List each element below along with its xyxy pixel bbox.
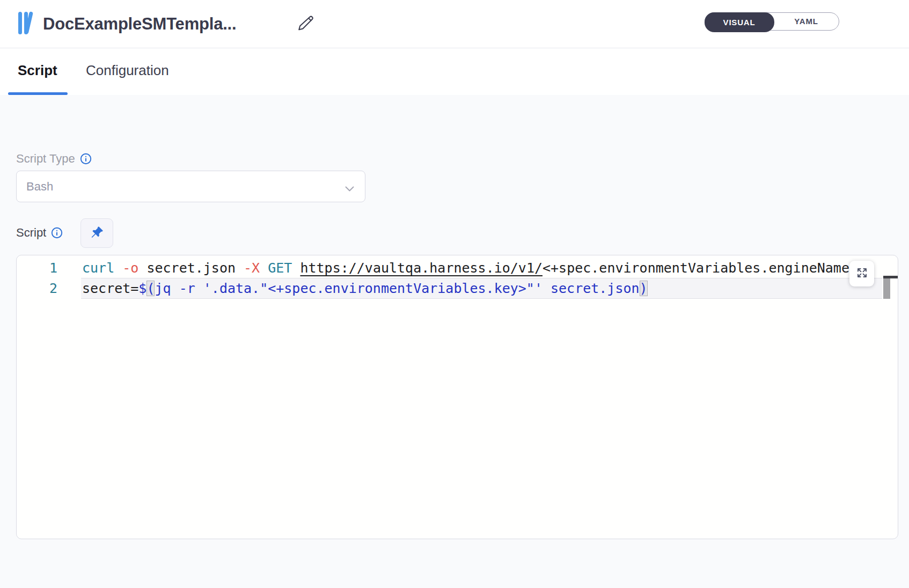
header: DocExampleSMTempla... VISUAL YAML	[0, 0, 909, 48]
edit-pencil-icon[interactable]	[296, 14, 315, 33]
script-type-label: Script Type	[16, 152, 92, 166]
code-token-plain	[260, 260, 268, 276]
expand-icon	[856, 267, 868, 281]
script-label: Script	[16, 226, 63, 240]
script-type-select[interactable]: Bash	[16, 171, 365, 202]
code-token-plain	[114, 260, 122, 276]
code-token-plain: secret=	[82, 281, 138, 296]
line-number: 2	[17, 278, 57, 299]
code-token-subshell: $	[138, 281, 146, 296]
code-token-subshell: (	[146, 281, 155, 296]
vertical-scrollbar-thumb[interactable]	[883, 278, 890, 299]
code-line-text: secret=$(jq -r '.data."<+spec.environmen…	[82, 278, 648, 299]
code-line-2[interactable]: 2secret=$(jq -r '.data."<+spec.environme…	[17, 278, 882, 299]
script-type-value: Bash	[26, 180, 53, 194]
template-editor-page: DocExampleSMTempla... VISUAL YAML Script…	[0, 0, 909, 588]
code-token-subshell: )	[640, 281, 648, 296]
code-token-option: -X	[244, 260, 260, 276]
visual-yaml-toggle: VISUAL YAML	[705, 12, 839, 31]
tab-configuration[interactable]: Configuration	[86, 49, 169, 92]
visual-toggle-button[interactable]: VISUAL	[705, 12, 774, 32]
code-token-plain: <+spec.environmentVariables.engineName>/	[543, 260, 866, 276]
pin-icon	[90, 225, 104, 241]
pin-button[interactable]	[80, 218, 113, 248]
code-token-subshell: jq -r '.data."<+spec.environmentVariable…	[155, 281, 639, 296]
info-icon[interactable]	[51, 227, 63, 239]
code-token-plain	[292, 260, 300, 276]
tab-script[interactable]: Script	[18, 49, 57, 92]
chevron-down-icon	[345, 185, 354, 194]
code-token-command: curl	[82, 260, 114, 276]
page-title: DocExampleSMTempla...	[43, 0, 236, 48]
line-number: 1	[17, 258, 57, 278]
yaml-toggle-button[interactable]: YAML	[774, 13, 839, 30]
template-library-icon	[17, 11, 39, 35]
code-token-option: -o	[122, 260, 138, 276]
script-panel: Script Type Bash Script	[0, 95, 909, 588]
info-icon[interactable]	[80, 153, 92, 165]
expand-editor-button[interactable]	[849, 261, 874, 286]
tab-bar: Script Configuration	[0, 49, 909, 95]
code-token-link: https://vaultqa.harness.io/v1/	[300, 260, 543, 276]
script-code-editor[interactable]: 1curl -o secret.json -X GET https://vaul…	[16, 255, 898, 539]
code-line-1[interactable]: 1curl -o secret.json -X GET https://vaul…	[17, 258, 882, 278]
code-line-text: curl -o secret.json -X GET https://vault…	[82, 258, 866, 278]
code-token-plain: secret.json	[138, 260, 244, 276]
code-token-command: GET	[268, 260, 292, 276]
